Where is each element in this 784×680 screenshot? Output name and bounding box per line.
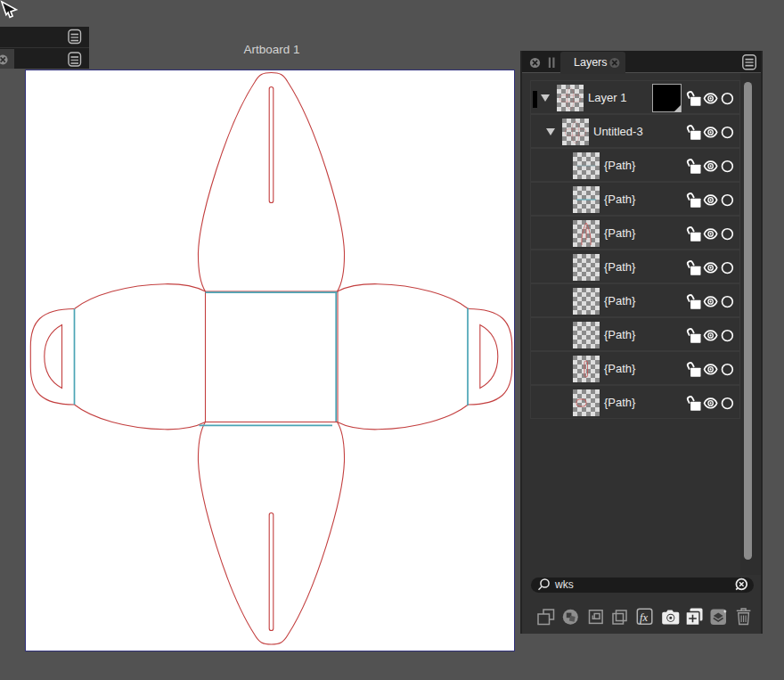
svg-text:wks: wks <box>554 578 574 591</box>
svg-text:fx: fx <box>640 611 648 624</box>
